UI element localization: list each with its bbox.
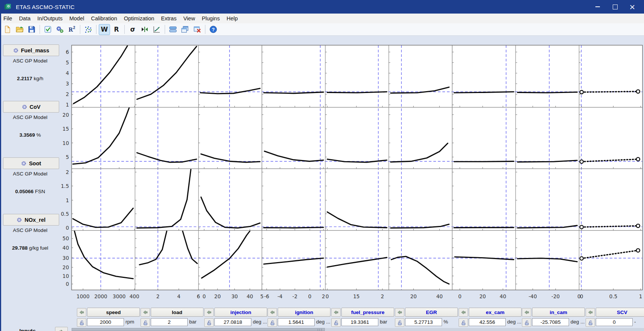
arrow-left-icon (397, 310, 402, 315)
tile-windows-button[interactable] (167, 24, 179, 35)
save-button[interactable] (26, 24, 37, 35)
collapse-arrow-button[interactable] (331, 308, 341, 317)
menu-extras[interactable]: Extras (158, 15, 180, 21)
cascade-windows-button[interactable] (179, 24, 191, 35)
output-label: CoV (30, 104, 41, 110)
residuals-button[interactable]: R (111, 24, 122, 35)
extrapolation-marker[interactable] (636, 224, 640, 227)
input-value-field[interactable]: 42.556 (469, 318, 506, 326)
y-axis-tick-label: 50 (63, 235, 69, 241)
output-button-cov[interactable]: CoV (3, 101, 59, 113)
extrapolation-marker[interactable] (580, 257, 583, 260)
new-file-button[interactable] (2, 24, 13, 35)
scatter-view-button[interactable] (151, 24, 162, 35)
doe-scatter-button[interactable] (83, 24, 94, 35)
output-button-soot[interactable]: Soot (3, 157, 59, 169)
collapse-arrow-button[interactable] (141, 308, 150, 317)
input-value-field[interactable]: 5.27713 (405, 318, 442, 326)
close-windows-button[interactable] (191, 24, 203, 35)
input-name-button[interactable]: in_cam (532, 308, 585, 317)
menu-calibration[interactable]: Calibration (87, 15, 120, 21)
input-value-field[interactable]: 2 (151, 318, 188, 326)
input-name-button[interactable]: speed (87, 308, 140, 317)
menu-plugins[interactable]: Plugins (199, 15, 223, 21)
output-button-fuel_mass[interactable]: Fuel_mass (3, 44, 59, 56)
input-name-button[interactable]: EGR (405, 308, 458, 317)
collapse-arrow-button[interactable] (522, 308, 531, 317)
open-project-button[interactable] (14, 24, 25, 35)
weights-button[interactable]: W (99, 24, 110, 35)
output-model-type: ASC GP Model (0, 227, 60, 233)
open-project-icon (15, 25, 24, 34)
input-value-field[interactable]: 2000 (87, 318, 124, 326)
menu-in-outputs[interactable]: In/Outputs (34, 15, 66, 21)
lock-button[interactable] (586, 318, 595, 327)
lock-button[interactable] (77, 318, 86, 327)
horizontal-scrollbar[interactable] (72, 328, 644, 331)
input-value-field[interactable]: -25.7085 (532, 318, 569, 326)
output-label: NOx_rel (24, 217, 46, 223)
x-axis-tick-label: 2 (322, 293, 325, 299)
input-value-field[interactable]: 27.0818 (214, 318, 251, 326)
input-name-button[interactable]: load (151, 308, 203, 317)
collapse-arrow-button[interactable] (77, 308, 86, 317)
help-button[interactable]: ? (208, 24, 219, 35)
menu-view[interactable]: View (180, 15, 198, 21)
input-name-button[interactable]: injection (214, 308, 267, 317)
lock-button[interactable] (268, 318, 277, 327)
y-axis-tick-label: 40 (63, 245, 69, 251)
extrapolation-marker[interactable] (636, 90, 640, 93)
output-button-nox_rel[interactable]: NOx_rel (3, 214, 59, 226)
input-value-field[interactable]: 1.5641 (278, 318, 315, 326)
close-button[interactable]: × (624, 0, 641, 14)
data-editor-button[interactable] (42, 24, 54, 35)
extrapolation-marker[interactable] (636, 249, 640, 252)
help-icon: ? (209, 25, 218, 34)
menu-data[interactable]: Data (15, 15, 34, 21)
menu-model[interactable]: Model (66, 15, 88, 21)
extrapolation-marker[interactable] (580, 160, 583, 163)
lock-button[interactable] (395, 318, 404, 327)
input-name-button[interactable]: ex_cam (469, 308, 522, 317)
x-axis-tick-label: 2000 (94, 293, 107, 299)
collapse-arrow-button[interactable] (459, 308, 468, 317)
extrapolation-marker[interactable] (580, 90, 583, 94)
maximize-button[interactable] (606, 0, 624, 14)
menu-help[interactable]: Help (223, 15, 241, 21)
lock-button[interactable] (331, 318, 341, 327)
collapse-arrow-button[interactable] (586, 308, 595, 317)
minimize-button[interactable] (589, 0, 606, 14)
input-value-field[interactable]: 0 (596, 318, 633, 326)
lock-button[interactable] (141, 318, 150, 327)
input-value-field[interactable]: 19.3361 (341, 318, 378, 326)
collapse-arrow-button[interactable] (204, 308, 214, 317)
input-name-button[interactable]: ignition (278, 308, 330, 317)
input-name-button[interactable]: SCV (596, 308, 644, 317)
y-axis-tick-label: 15 (63, 126, 69, 132)
lock-button[interactable] (204, 318, 214, 327)
minimize-icon (595, 6, 600, 7)
input-name-button[interactable]: fuel_pressure (341, 308, 394, 317)
collapse-arrow-button[interactable] (268, 308, 277, 317)
y-axis-tick-label: 5 (66, 59, 69, 66)
model-settings-icon (55, 25, 64, 34)
y-axis-tick-label: 20 (63, 112, 69, 118)
gear-icon (21, 161, 26, 166)
extrapolation-marker[interactable] (580, 225, 583, 229)
input-panel: speed2000rpmload2barinjection27.0818deg … (0, 306, 644, 328)
horizontal-scrollbar-thumb[interactable] (72, 328, 325, 331)
x-axis-tick-label: 0 (203, 293, 206, 299)
extrapolation-marker[interactable] (636, 157, 640, 161)
intersection-view-button[interactable] (139, 24, 150, 35)
lock-button[interactable] (459, 318, 468, 327)
menu-optimization[interactable]: Optimization (121, 15, 158, 21)
r-squared-button[interactable]: R2 (66, 24, 78, 35)
sigma-button[interactable]: σ (127, 24, 138, 35)
lock-button[interactable] (522, 318, 531, 327)
menu-file[interactable]: File (0, 15, 15, 21)
input-group-ignition: ignition1.5641deg ... (262, 306, 326, 328)
model-settings-button[interactable] (54, 24, 66, 35)
collapse-arrow-button[interactable] (395, 308, 404, 317)
intersection-plot-matrix[interactable]: 654321201510521.510.50504030201001000200… (57, 44, 644, 304)
y-axis-tick-label: 5 (66, 154, 69, 160)
